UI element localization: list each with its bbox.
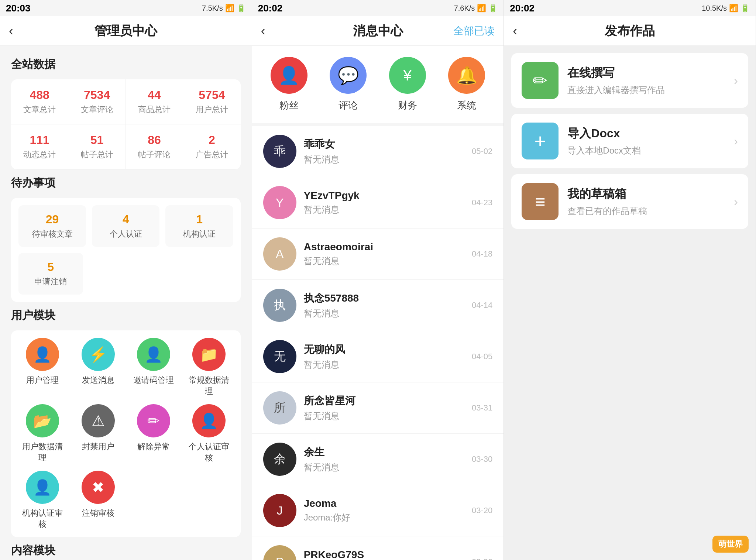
msg-preview-4: 暂无消息 (304, 359, 468, 371)
battery-msg: 🔋 (488, 4, 498, 13)
msg-item-5[interactable]: 所 所念皆星河 暂无消息 03-31 (252, 382, 504, 434)
stat-num-posts: 51 (90, 133, 104, 147)
mark-all-read-button[interactable]: 全部已读 (453, 24, 495, 38)
msg-preview-6: 暂无消息 (304, 461, 468, 473)
back-button-publish[interactable]: ‹ (513, 23, 517, 39)
battery-admin: 🔋 (237, 4, 246, 13)
stat-label-posts: 帖子总计 (81, 149, 113, 160)
module-user-data-clean[interactable]: 📂 用户数据清理 (18, 404, 66, 463)
msg-header: ‹ 消息中心 全部已读 (252, 16, 504, 46)
msg-content-0: 乖乖女 暂无消息 (304, 137, 468, 165)
module-org-audit[interactable]: 👤 机构认证审核 (18, 471, 66, 530)
msg-time-4: 04-05 (472, 352, 492, 361)
stat-item[interactable]: 44 商品总计 (126, 79, 183, 124)
avatar-1: Y (263, 186, 296, 219)
msg-item-1[interactable]: Y YEzvTPgyk 暂无消息 04-23 (252, 177, 504, 229)
content-module-title: 内容模块 (11, 543, 241, 558)
msg-name-8: PRKeoG79S (304, 549, 468, 560)
stat-item[interactable]: 111 动态总计 (11, 124, 68, 169)
module-send-msg[interactable]: ⚡ 发送消息 (74, 338, 122, 397)
stat-item[interactable]: 7534 文章评论 (68, 79, 126, 124)
avatar-4: 无 (263, 340, 296, 373)
network-speed-msg: 7.6K/s (454, 4, 475, 13)
avatar-2: A (263, 237, 296, 271)
todo-personal-verify[interactable]: 4 个人认证 (92, 205, 159, 247)
finance-icon-circle: ¥ (389, 57, 426, 94)
todo-label-org: 机构认证 (183, 229, 216, 240)
category-finance[interactable]: ¥ 财务 (389, 57, 426, 112)
msg-preview-3: 暂无消息 (304, 308, 468, 319)
signal-icon-publish: 📶 (729, 4, 738, 13)
msg-item-4[interactable]: 无 无聊的风 暂无消息 04-05 (252, 331, 504, 382)
module-label-sendmsg: 发送消息 (82, 375, 114, 386)
todo-pending-articles[interactable]: 29 待审核文章 (18, 205, 86, 247)
publish-online-write[interactable]: ✏ 在线撰写 直接进入编辑器撰写作品 › (511, 53, 748, 108)
module-personal-audit[interactable]: 👤 个人认证审核 (185, 404, 233, 463)
module-user-management[interactable]: 👤 用户管理 (18, 338, 66, 397)
msg-categories: 👤 粉丝 💬 评论 ¥ 财务 🔔 系统 (252, 46, 504, 123)
stat-item[interactable]: 86 帖子评论 (126, 124, 183, 169)
todo-num-org: 1 (196, 213, 203, 226)
stat-item[interactable]: 5754 用户总计 (183, 79, 240, 124)
module-icon-ban: ⚠ (82, 404, 115, 437)
stat-item[interactable]: 2 广告总计 (183, 124, 240, 169)
publish-header: ‹ 发布作品 (504, 16, 756, 46)
todo-cancel-apply[interactable]: 5 申请注销 (18, 253, 83, 295)
stat-num-ads: 2 (209, 133, 215, 147)
publish-import-docx[interactable]: + 导入Docx 导入本地Docx文档 › (511, 114, 748, 168)
module-label-userclean: 用户数据清理 (18, 441, 66, 463)
msg-name-4: 无聊的风 (304, 343, 468, 357)
chevron-right-icon-0: › (734, 74, 738, 87)
category-comments[interactable]: 💬 评论 (330, 57, 367, 112)
comments-icon-circle: 💬 (330, 57, 367, 94)
category-fans[interactable]: 👤 粉丝 (271, 57, 307, 112)
stat-item[interactable]: 51 帖子总计 (68, 124, 126, 169)
module-invite-code[interactable]: 👤 邀请码管理 (130, 338, 178, 397)
module-label-clean: 常规数据清理 (185, 375, 233, 397)
module-label-ban: 封禁用户 (82, 441, 114, 452)
stat-item[interactable]: 488 文章总计 (11, 79, 68, 124)
module-label-personalaudit: 个人认证审核 (185, 441, 233, 463)
status-icons-publish: 10.5K/s 📶 🔋 (702, 4, 750, 13)
back-button-admin[interactable]: ‹ (9, 23, 13, 39)
network-speed-admin: 7.5K/s (202, 4, 223, 13)
msg-content-1: YEzvTPgyk 暂无消息 (304, 190, 468, 216)
msg-content-6: 余生 暂无消息 (304, 445, 468, 473)
todo-grid: 29 待审核文章 4 个人认证 1 机构认证 (18, 205, 233, 247)
msg-item-3[interactable]: 执 执念557888 暂无消息 04-14 (252, 280, 504, 331)
msg-item-6[interactable]: 余 余生 暂无消息 03-30 (252, 434, 504, 485)
msg-item-8[interactable]: P PRKeoG79S 暂无消息 03-20 (252, 536, 504, 560)
comments-label: 评论 (339, 99, 358, 112)
user-module-title: 用户模块 (11, 308, 241, 323)
publish-drafts[interactable]: ≡ 我的草稿箱 查看已有的作品草稿 › (511, 174, 748, 229)
stat-num-users: 5754 (199, 88, 225, 102)
module-icon-unblock: ✏ (137, 404, 170, 437)
msg-time-3: 04-14 (472, 300, 492, 310)
msg-preview-7: Jeoma:你好 (304, 512, 468, 523)
msg-time-2: 04-18 (472, 249, 492, 259)
module-icon-userclean: 📂 (26, 404, 59, 437)
module-unblock[interactable]: ✏ 解除异常 (130, 404, 178, 463)
fans-label: 粉丝 (279, 99, 299, 112)
todo-org-verify[interactable]: 1 机构认证 (165, 205, 233, 247)
msg-preview-1: 暂无消息 (304, 204, 468, 216)
status-bar-msg: 20:02 7.6K/s 📶 🔋 (252, 0, 504, 16)
msg-content-2: Astraeomoirai 暂无消息 (304, 241, 468, 267)
module-ban-user[interactable]: ⚠ 封禁用户 (74, 404, 122, 463)
stat-num-comments: 7534 (84, 88, 110, 102)
module-icon-clean: 📁 (192, 338, 226, 371)
msg-time-8: 03-20 (472, 557, 492, 560)
chevron-right-icon-1: › (734, 134, 738, 148)
category-system[interactable]: 🔔 系统 (448, 57, 485, 112)
msg-time-0: 05-02 (472, 147, 492, 156)
msg-item-2[interactable]: A Astraeomoirai 暂无消息 04-18 (252, 229, 504, 280)
status-bar-admin: 20:03 7.5K/s 📶 🔋 (0, 0, 252, 16)
message-panel: 20:02 7.6K/s 📶 🔋 ‹ 消息中心 全部已读 👤 粉丝 💬 评论 ¥… (252, 0, 504, 560)
module-data-clean[interactable]: 📁 常规数据清理 (185, 338, 233, 397)
msg-item-0[interactable]: 乖 乖乖女 暂无消息 05-02 (252, 126, 504, 177)
admin-title: 管理员中心 (94, 23, 157, 39)
module-cancel-audit[interactable]: ✖ 注销审核 (74, 471, 122, 530)
back-button-msg[interactable]: ‹ (261, 23, 265, 39)
msg-item-7[interactable]: J Jeoma Jeoma:你好 03-20 (252, 485, 504, 536)
watermark: 萌世界 (712, 536, 749, 553)
